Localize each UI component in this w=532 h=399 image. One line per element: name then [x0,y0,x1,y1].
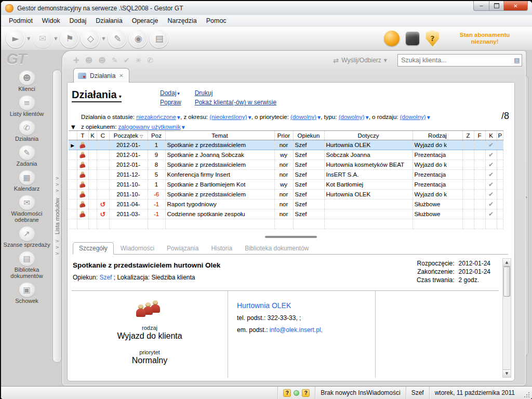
search-input[interactable] [398,57,512,64]
scrollbar-thumb[interactable] [503,267,510,297]
column-header-11[interactable]: Z [462,131,474,140]
column-header-2[interactable]: K [88,131,97,140]
new-item-button[interactable]: ► [6,29,25,48]
flag-button[interactable]: ⚑ [60,29,79,48]
detail-tab-4[interactable]: Biblioteka dokumentów [239,243,314,254]
edit-button[interactable]: ✎ [108,29,127,48]
send-receive-button[interactable]: ⇄ Wyślij/Odbierz ▼ [333,57,390,64]
chevron-down-icon[interactable]: ▼ [54,36,57,41]
filter-period[interactable]: (nieokreślony)▼ [209,114,251,120]
detail-tab-0[interactable]: Szczegóły [73,242,114,255]
owner-link[interactable]: Szef [99,274,112,281]
filter-type[interactable]: (dowolny)▼ [339,114,369,120]
sidebar-item-dzialania[interactable]: ✆ Działania [3,121,51,142]
insert-sphere-icon[interactable] [384,31,400,46]
stamp-button[interactable]: ◉ [129,29,148,48]
column-header-10[interactable]: Rodzaj [413,131,462,140]
new-action-icon[interactable]: ✎ [112,56,118,64]
module-list-strip[interactable]: > > > Lista modułów > > > [52,70,62,363]
action-link-3[interactable]: Pokaż klienta(-ów) w serwisie [195,99,276,108]
page-title-menu[interactable]: Działania ▾ [72,89,122,102]
sidebar-item-klienci[interactable]: ☻ Klienci [3,71,51,92]
table-row[interactable]: ↺2011-03--1Codzienne spotkanie zespołuno… [69,209,503,219]
column-header-4[interactable]: Początek▽ [109,131,148,140]
client-icon[interactable]: ☻ [85,56,93,64]
column-header-6[interactable]: Temat [165,131,274,140]
menu-item-4[interactable]: Operacje [127,16,163,25]
column-header-1[interactable]: T [77,131,88,140]
table-row[interactable]: 2012-01-8Spotkanie z przedstawicielemnor… [69,160,503,170]
scroll-up-icon[interactable]: ▲ [503,259,511,267]
menu-item-3[interactable]: Działania [91,16,127,25]
detail-tab-3[interactable]: Historia [205,243,238,254]
tab-close-icon[interactable]: ✕ [119,73,123,78]
column-header-3[interactable]: C [97,131,109,140]
filter-priority[interactable]: (dowolny)▼ [290,114,321,120]
table-row[interactable]: ▶2012-01-1Spotkanie z przedstawicielemno… [69,140,503,150]
new-task-icon[interactable]: ✔ [124,56,130,64]
new-document-button[interactable]: ◇ [81,29,100,48]
sidebar-item-kalendarz[interactable]: ▦ Kalendarz [3,170,51,192]
cube-icon[interactable] [406,32,419,45]
relations-icon[interactable]: ✳ [135,56,141,64]
table-row[interactable]: 2011-10--6Spotkanie z przedstawicielemno… [69,190,503,200]
maximize-button[interactable] [489,1,503,11]
menu-item-0[interactable]: Podmiot [4,16,37,25]
column-header-14[interactable]: P [497,131,503,140]
filter-row-2: z opiekunem: zalogowany użytkownik▼ [81,124,185,130]
column-header-7[interactable]: Prior [274,131,293,140]
column-header-12[interactable]: F [474,131,485,140]
help-question-icon[interactable]: ? [302,389,310,397]
column-header-0[interactable] [69,131,77,140]
add-client-icon[interactable]: ✚ [73,56,79,64]
menu-item-2[interactable]: Dodaj [65,16,91,25]
column-header-5[interactable]: Poz [148,131,165,140]
table-row[interactable]: 2012-01-9Spotkanie z Joanną SobczakwySze… [69,150,503,160]
detail-tab-1[interactable]: Wiadomości [115,243,160,254]
table-row[interactable]: ↺2011-04--1Raport tygodniowynorSzefSłużb… [69,200,503,209]
vertical-scrollbar[interactable]: ▲ ▼ [502,258,511,378]
horizontal-scrollbar[interactable] [265,236,317,238]
menu-item-5[interactable]: Narzędzia [163,16,201,25]
collapse-filters-button[interactable]: ▼ [71,124,75,130]
mobile-device-icon[interactable]: ✆ [147,56,153,64]
menu-item-6[interactable]: Pomoc [202,16,231,25]
column-header-9[interactable]: Dotyczy [324,131,413,140]
action-link-1[interactable]: Popraw [160,99,181,108]
sidebar-item-schowek[interactable]: ▣ Schowek [3,283,51,304]
close-button[interactable]: ✕ [503,1,528,11]
chevron-down-icon: ▾ [119,94,122,99]
send-message-button[interactable]: ✉ [33,29,52,48]
minimize-button[interactable]: ─ [473,1,489,11]
sidebar-item-wiadomosci-odebrane[interactable]: ✉ Wiadomości odebrane [3,195,51,223]
client-link[interactable]: Hurtownia OLEK [237,301,291,310]
column-header-8[interactable]: Opiekun [293,131,324,140]
action-link-0[interactable]: Dodaj▾ [160,89,181,99]
action-link-2[interactable]: Drukuj [195,89,276,99]
resize-grip[interactable] [523,392,530,399]
tab-dzialania[interactable]: Działania ✕ [73,68,129,83]
sidebar-item-listy-klientow[interactable]: ≡ Listy klientów [3,96,51,117]
print-button[interactable]: ▤ [150,29,168,48]
chevron-down-icon[interactable]: ▼ [102,36,105,41]
client-email-link[interactable]: info@olek.insert.pl, [270,326,323,334]
sidebar-item-biblioteka-dokumentow[interactable]: ▤ Biblioteka dokumentów [3,251,51,279]
table-row[interactable]: 2011-12-5Konferencja firmy InsertnorSzef… [69,170,503,180]
detail-tab-2[interactable]: Powiązania [161,243,204,254]
filter-status[interactable]: niezakończone▼ [136,114,180,120]
help-question-icon[interactable]: ? [283,389,291,397]
search-list-icon[interactable]: ▤ [512,57,522,64]
filter-kind[interactable]: (dowolny)▼ [400,114,430,120]
scroll-down-icon[interactable]: ▼ [503,369,511,377]
check-icon: ✔ [488,210,494,218]
column-header-13[interactable]: K [485,131,497,140]
table-row[interactable]: 2011-10-1Spotkanie z Bartłomiejem KotwyS… [69,180,503,190]
sidebar-item-szanse-sprzedazy[interactable]: ↗ Szanse sprzedaży [3,227,51,248]
license-shield-icon[interactable]: ? [425,31,440,47]
menu-item-1[interactable]: Widok [37,16,65,25]
sidebar-item-zadania[interactable]: ✎ Zadania [3,145,51,167]
detail-title: Spotkanie z przedstawicielem hurtowni Ol… [73,261,220,269]
filter-owner[interactable]: zalogowany użytkownik▼ [118,124,185,130]
clients-group-icon[interactable]: ☻ [98,56,106,64]
chevron-down-icon[interactable]: ▼ [27,36,30,41]
